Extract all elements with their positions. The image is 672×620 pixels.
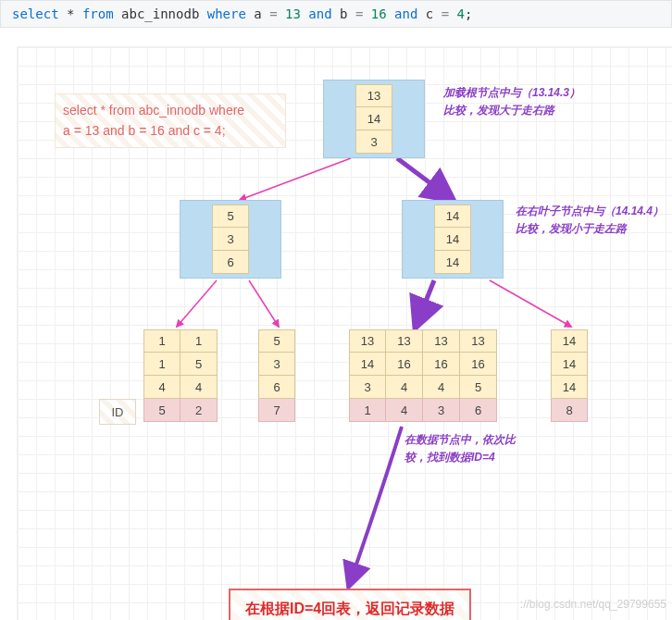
btree-internal-left: 5 3 6: [180, 200, 281, 279]
annotation-data: 在数据节点中，依次比 较，找到数据ID=4: [404, 431, 553, 466]
key-cell: 14: [434, 205, 471, 228]
id-label: ID: [99, 399, 136, 425]
btree-internal-right: 14 14 14: [402, 200, 504, 279]
key-cell: 14: [355, 107, 392, 130]
key-cell: 3: [212, 228, 249, 251]
key-cell: 14: [434, 251, 471, 274]
btree-leaf-1: 11 15 44 52: [143, 329, 218, 422]
query-line: select * from abc_innodb where: [63, 100, 278, 120]
watermark: ://blog.csdn.net/qq_29799655: [520, 598, 666, 611]
query-box: select * from abc_innodb where a = 13 an…: [55, 93, 286, 148]
btree-leaf-2: 5 3 6 7: [258, 329, 295, 422]
matched-id-cell: 4: [386, 399, 423, 422]
annotation-root: 加载根节点中与（13.14.3） 比较，发现大于走右路: [443, 84, 628, 119]
result-box: 在根据ID=4回表，返回记录数据: [229, 589, 471, 620]
btree-leaf-3: 13 13 13 13 14 16 16 16 3 4 4 5 1 4 3 6: [349, 329, 497, 422]
key-cell: 5: [212, 205, 249, 228]
key-cell: 3: [355, 130, 392, 154]
btree-root-node: 13 14 3: [323, 80, 425, 158]
key-cell: 6: [212, 251, 249, 274]
key-cell: 13: [355, 84, 392, 107]
annotation-mid: 在右叶子节点中与（14.14.4） 比较，发现小于走左路: [516, 203, 672, 238]
query-line: a = 13 and b = 16 and c = 4;: [63, 120, 278, 141]
btree-leaf-4: 14 14 14 8: [551, 329, 588, 422]
sql-code-bar: select * from abc_innodb where a = 13 an…: [0, 0, 672, 28]
diagram-canvas: select * from abc_innodb where a = 13 an…: [17, 46, 672, 620]
key-cell: 14: [434, 228, 471, 251]
